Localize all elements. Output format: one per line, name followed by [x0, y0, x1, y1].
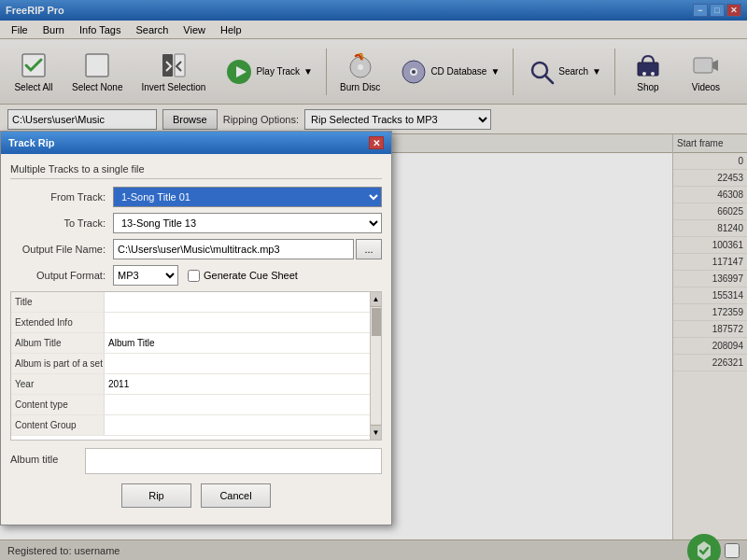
album-title-box — [85, 448, 382, 474]
track-rip-dialog: Track Rip ✕ Multiple Tracks to a single … — [0, 131, 392, 525]
tag-value-year: 2011 — [105, 374, 381, 394]
dialog-section-title: Multiple Tracks to a single file — [10, 163, 382, 179]
tag-value-partofset — [105, 354, 381, 373]
to-track-select[interactable]: 13-Song Title 13 — [113, 213, 382, 233]
tag-value-content-type — [105, 395, 381, 414]
cancel-button[interactable]: Cancel — [201, 483, 271, 508]
generate-cue-checkbox[interactable] — [188, 270, 200, 282]
tag-row-content-type: Content type — [11, 395, 381, 415]
tag-label-title: Title — [11, 292, 105, 312]
tag-label-content-type: Content type — [11, 395, 105, 414]
rip-button[interactable]: Rip — [121, 483, 191, 508]
to-track-row: To Track: 13-Song Title 13 — [10, 213, 382, 233]
generate-cue-label[interactable]: Generate Cue Sheet — [188, 270, 298, 282]
tag-label-year: Year — [11, 374, 105, 394]
output-file-row: Output File Name: ... — [10, 239, 382, 259]
album-title-row: Album title — [10, 444, 382, 474]
dialog-close-button[interactable]: ✕ — [369, 136, 384, 149]
dialog-overlay: Track Rip ✕ Multiple Tracks to a single … — [0, 0, 747, 560]
scroll-down-button[interactable]: ▼ — [371, 425, 382, 440]
dialog-buttons: Rip Cancel — [10, 483, 382, 515]
from-track-row: From Track: 1-Song Title 01 — [10, 187, 382, 207]
tag-row-extended: Extended Info — [11, 313, 381, 333]
output-file-label: Output File Name: — [10, 244, 113, 255]
tag-value-extended — [105, 313, 381, 332]
tag-row-content-group: Content Group — [11, 415, 381, 436]
tag-row-album: Album Title Album Title — [11, 333, 381, 354]
from-track-select[interactable]: 1-Song Title 01 — [113, 187, 382, 207]
to-track-label: To Track: — [10, 217, 113, 229]
dialog-title: Track Rip — [8, 137, 55, 148]
output-format-row: Output Format: MP3 WAV FLAC Generate Cue… — [10, 265, 382, 286]
from-track-label: From Track: — [10, 191, 113, 203]
dialog-title-bar: Track Rip ✕ — [1, 132, 391, 154]
tag-label-extended: Extended Info — [11, 313, 105, 332]
dialog-body: Multiple Tracks to a single file From Tr… — [1, 154, 391, 525]
tag-row-title: Title — [11, 292, 381, 313]
tag-value-title — [105, 292, 381, 312]
output-file-input[interactable] — [113, 239, 354, 259]
scroll-track — [371, 307, 382, 440]
tag-label-content-group: Content Group — [11, 415, 105, 435]
album-title-input[interactable] — [86, 455, 381, 467]
output-format-label: Output Format: — [10, 270, 113, 281]
tag-value-album: Album Title — [105, 333, 381, 353]
album-title-row-label: Album title — [10, 454, 85, 465]
scroll-up-button[interactable]: ▲ — [371, 292, 382, 307]
tag-label-album: Album Title — [11, 333, 105, 353]
tag-label-partofset: Album is part of a set — [11, 354, 105, 373]
tags-scrollbar[interactable]: ▲ ▼ — [370, 292, 381, 440]
tag-row-year: Year 2011 — [11, 374, 381, 395]
output-format-select[interactable]: MP3 WAV FLAC — [113, 265, 178, 286]
tags-section: Title Extended Info Album Title Album Ti… — [10, 291, 382, 441]
output-browse-button[interactable]: ... — [356, 239, 382, 259]
tag-row-partofset: Album is part of a set — [11, 354, 381, 374]
scroll-thumb[interactable] — [372, 308, 381, 336]
tag-value-content-group — [105, 415, 381, 435]
